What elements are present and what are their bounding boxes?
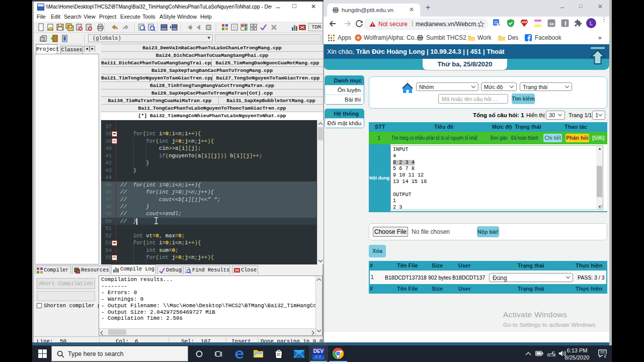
svg-text:1b: 1b: [549, 22, 553, 26]
svg-text:2: 2: [604, 353, 606, 358]
svg-text:DEV: DEV: [313, 348, 324, 354]
svg-text:ABP: ABP: [521, 21, 527, 24]
